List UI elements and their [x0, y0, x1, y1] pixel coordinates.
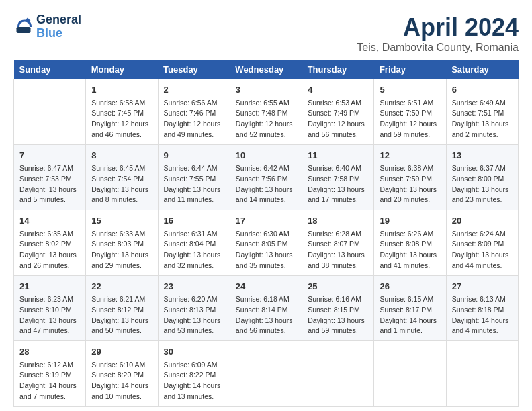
calendar-cell: 20Sunrise: 6:24 AM Sunset: 8:09 PM Dayli… — [446, 210, 518, 276]
calendar-cell: 22Sunrise: 6:21 AM Sunset: 8:12 PM Dayli… — [86, 275, 158, 341]
day-info: Sunrise: 6:31 AM Sunset: 8:04 PM Dayligh… — [164, 229, 224, 271]
calendar-week-row: 1Sunrise: 6:58 AM Sunset: 7:45 PM Daylig… — [14, 79, 519, 145]
calendar-cell: 2Sunrise: 6:56 AM Sunset: 7:46 PM Daylig… — [158, 79, 230, 145]
calendar-cell: 4Sunrise: 6:53 AM Sunset: 7:49 PM Daylig… — [302, 79, 374, 145]
day-info: Sunrise: 6:18 AM Sunset: 8:14 PM Dayligh… — [236, 294, 296, 336]
calendar-cell: 15Sunrise: 6:33 AM Sunset: 8:03 PM Dayli… — [86, 210, 158, 276]
calendar-cell: 6Sunrise: 6:49 AM Sunset: 7:51 PM Daylig… — [446, 79, 518, 145]
day-number: 5 — [380, 83, 440, 97]
calendar-cell: 26Sunrise: 6:15 AM Sunset: 8:17 PM Dayli… — [374, 275, 446, 341]
day-info: Sunrise: 6:16 AM Sunset: 8:15 PM Dayligh… — [308, 294, 368, 336]
day-number: 30 — [164, 345, 224, 359]
day-info: Sunrise: 6:55 AM Sunset: 7:48 PM Dayligh… — [236, 98, 296, 140]
calendar-cell: 21Sunrise: 6:23 AM Sunset: 8:10 PM Dayli… — [14, 275, 86, 341]
day-info: Sunrise: 6:30 AM Sunset: 8:05 PM Dayligh… — [236, 229, 296, 271]
calendar-cell: 1Sunrise: 6:58 AM Sunset: 7:45 PM Daylig… — [86, 79, 158, 145]
day-info: Sunrise: 6:42 AM Sunset: 7:56 PM Dayligh… — [236, 163, 296, 205]
calendar-cell: 11Sunrise: 6:40 AM Sunset: 7:58 PM Dayli… — [302, 144, 374, 210]
day-number: 18 — [308, 214, 368, 228]
calendar-cell — [374, 341, 446, 407]
day-number: 15 — [91, 214, 152, 228]
day-number: 24 — [236, 280, 296, 293]
day-number: 22 — [91, 280, 152, 293]
logo: General Blue — [13, 13, 81, 40]
page-header: General Blue April 2024 Teis, Dambovita … — [13, 13, 519, 54]
day-info: Sunrise: 6:12 AM Sunset: 8:19 PM Dayligh… — [19, 360, 80, 402]
day-number: 25 — [308, 280, 368, 293]
day-number: 10 — [236, 149, 296, 163]
main-title: April 2024 — [357, 13, 519, 42]
logo-line2: Blue — [36, 27, 81, 40]
day-info: Sunrise: 6:51 AM Sunset: 7:50 PM Dayligh… — [380, 98, 440, 140]
calendar-cell: 25Sunrise: 6:16 AM Sunset: 8:15 PM Dayli… — [302, 275, 374, 341]
day-number: 2 — [164, 83, 224, 97]
day-info: Sunrise: 6:28 AM Sunset: 8:07 PM Dayligh… — [308, 229, 368, 271]
day-info: Sunrise: 6:33 AM Sunset: 8:03 PM Dayligh… — [91, 229, 152, 271]
day-number: 19 — [380, 214, 440, 228]
day-info: Sunrise: 6:20 AM Sunset: 8:13 PM Dayligh… — [164, 294, 224, 336]
day-info: Sunrise: 6:24 AM Sunset: 8:09 PM Dayligh… — [452, 229, 513, 271]
day-number: 20 — [452, 214, 513, 228]
calendar-cell: 29Sunrise: 6:10 AM Sunset: 8:20 PM Dayli… — [86, 341, 158, 407]
calendar-cell: 18Sunrise: 6:28 AM Sunset: 8:07 PM Dayli… — [302, 210, 374, 276]
day-info: Sunrise: 6:38 AM Sunset: 7:59 PM Dayligh… — [380, 163, 440, 205]
calendar-cell: 27Sunrise: 6:13 AM Sunset: 8:18 PM Dayli… — [446, 275, 518, 341]
day-info: Sunrise: 6:09 AM Sunset: 8:22 PM Dayligh… — [164, 360, 224, 402]
day-number: 16 — [164, 214, 224, 228]
calendar-cell: 30Sunrise: 6:09 AM Sunset: 8:22 PM Dayli… — [158, 341, 230, 407]
day-info: Sunrise: 6:13 AM Sunset: 8:18 PM Dayligh… — [452, 294, 513, 336]
weekday-header: Sunday — [14, 60, 86, 79]
day-number: 6 — [452, 83, 513, 97]
day-number: 4 — [308, 83, 368, 97]
calendar-cell — [14, 79, 86, 145]
day-number: 28 — [19, 345, 80, 359]
calendar-week-row: 21Sunrise: 6:23 AM Sunset: 8:10 PM Dayli… — [14, 275, 519, 341]
calendar-cell: 3Sunrise: 6:55 AM Sunset: 7:48 PM Daylig… — [230, 79, 302, 145]
calendar-cell: 16Sunrise: 6:31 AM Sunset: 8:04 PM Dayli… — [158, 210, 230, 276]
day-info: Sunrise: 6:49 AM Sunset: 7:51 PM Dayligh… — [452, 98, 513, 140]
day-info: Sunrise: 6:37 AM Sunset: 8:00 PM Dayligh… — [452, 163, 513, 205]
day-info: Sunrise: 6:53 AM Sunset: 7:49 PM Dayligh… — [308, 98, 368, 140]
day-number: 17 — [236, 214, 296, 228]
calendar-week-row: 14Sunrise: 6:35 AM Sunset: 8:02 PM Dayli… — [14, 210, 519, 276]
day-number: 29 — [91, 345, 152, 359]
weekday-header: Wednesday — [230, 60, 302, 79]
day-info: Sunrise: 6:15 AM Sunset: 8:17 PM Dayligh… — [380, 294, 440, 336]
day-info: Sunrise: 6:47 AM Sunset: 7:53 PM Dayligh… — [19, 163, 80, 205]
day-info: Sunrise: 6:23 AM Sunset: 8:10 PM Dayligh… — [19, 294, 80, 336]
logo-line1: General — [36, 13, 81, 27]
calendar-cell: 13Sunrise: 6:37 AM Sunset: 8:00 PM Dayli… — [446, 144, 518, 210]
calendar-cell: 23Sunrise: 6:20 AM Sunset: 8:13 PM Dayli… — [158, 275, 230, 341]
calendar-cell: 19Sunrise: 6:26 AM Sunset: 8:08 PM Dayli… — [374, 210, 446, 276]
day-info: Sunrise: 6:58 AM Sunset: 7:45 PM Dayligh… — [91, 98, 152, 140]
day-number: 7 — [19, 149, 80, 163]
weekday-header-row: SundayMondayTuesdayWednesdayThursdayFrid… — [14, 60, 519, 79]
day-number: 8 — [91, 149, 152, 163]
calendar-week-row: 28Sunrise: 6:12 AM Sunset: 8:19 PM Dayli… — [14, 341, 519, 407]
day-info: Sunrise: 6:44 AM Sunset: 7:55 PM Dayligh… — [164, 163, 224, 205]
weekday-header: Monday — [86, 60, 158, 79]
day-number: 12 — [380, 149, 440, 163]
day-number: 1 — [91, 83, 152, 97]
calendar-cell: 10Sunrise: 6:42 AM Sunset: 7:56 PM Dayli… — [230, 144, 302, 210]
weekday-header: Thursday — [302, 60, 374, 79]
calendar-cell — [302, 341, 374, 407]
day-number: 21 — [19, 280, 80, 293]
weekday-header: Saturday — [446, 60, 518, 79]
subtitle: Teis, Dambovita County, Romania — [357, 42, 519, 54]
day-number: 11 — [308, 149, 368, 163]
calendar-cell — [446, 341, 518, 407]
day-number: 27 — [452, 280, 513, 293]
title-block: April 2024 Teis, Dambovita County, Roman… — [357, 13, 519, 54]
calendar-cell: 5Sunrise: 6:51 AM Sunset: 7:50 PM Daylig… — [374, 79, 446, 145]
calendar-cell: 14Sunrise: 6:35 AM Sunset: 8:02 PM Dayli… — [14, 210, 86, 276]
calendar-cell: 7Sunrise: 6:47 AM Sunset: 7:53 PM Daylig… — [14, 144, 86, 210]
weekday-header: Friday — [374, 60, 446, 79]
day-number: 13 — [452, 149, 513, 163]
day-info: Sunrise: 6:10 AM Sunset: 8:20 PM Dayligh… — [91, 360, 152, 402]
day-info: Sunrise: 6:40 AM Sunset: 7:58 PM Dayligh… — [308, 163, 368, 205]
logo-icon — [13, 17, 34, 37]
calendar-cell: 8Sunrise: 6:45 AM Sunset: 7:54 PM Daylig… — [86, 144, 158, 210]
day-info: Sunrise: 6:21 AM Sunset: 8:12 PM Dayligh… — [91, 294, 152, 336]
day-number: 26 — [380, 280, 440, 293]
